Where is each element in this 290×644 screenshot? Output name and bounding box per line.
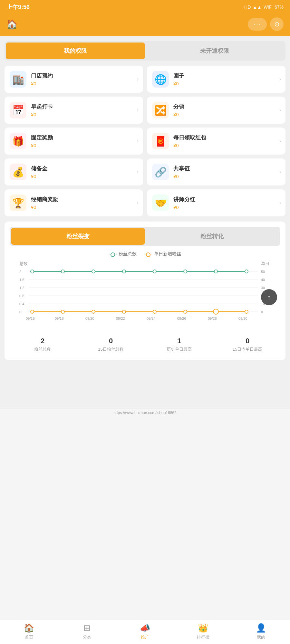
svg-point-20 bbox=[31, 270, 34, 273]
perm-info-dealer-reward: 经销商奖励 ¥0 bbox=[31, 196, 138, 210]
permission-tab-switcher: 我的权限 未开通权限 bbox=[5, 41, 285, 61]
svg-text:50: 50 bbox=[261, 270, 265, 274]
perm-info-share-chain: 共享链 ¥0 bbox=[173, 165, 280, 179]
perm-arrow-checkin: › bbox=[137, 107, 139, 113]
perm-item-checkin[interactable]: 📅 早起打卡 ¥0 › bbox=[5, 97, 143, 124]
perm-item-reserve-fund[interactable]: 💰 储备金 ¥0 › bbox=[5, 158, 143, 185]
fan-stats-row: 2 粉丝总数 0 15日粉丝总数 1 历史单日最高 0 15日内单日最高 bbox=[10, 334, 280, 355]
perm-name-circle: 圈子 bbox=[173, 72, 280, 80]
perm-item-daily-red-packet[interactable]: 🧧 每日领取红包 ¥0 › bbox=[147, 128, 285, 155]
perm-value-distribution: ¥0 bbox=[173, 112, 280, 117]
perm-info-checkin: 早起打卡 ¥0 bbox=[31, 103, 138, 117]
checkin-icon: 📅 bbox=[10, 102, 26, 118]
stat-total-fans-label: 粉丝总数 bbox=[10, 346, 75, 352]
svg-text:总数: 总数 bbox=[19, 261, 28, 266]
scroll-to-top-button[interactable]: ↑ bbox=[261, 289, 277, 305]
perm-arrow-dealer-reward: › bbox=[137, 200, 139, 206]
status-time: 上午9:56 bbox=[6, 3, 30, 11]
perm-value-reserve-fund: ¥0 bbox=[31, 174, 138, 179]
signal-bars: ▲▲ bbox=[253, 5, 262, 10]
perm-item-share-chain[interactable]: 🔗 共享链 ¥0 › bbox=[147, 158, 285, 185]
perm-arrow-fixed-reward: › bbox=[137, 138, 139, 144]
status-bar: 上午9:56 HD ▲▲ WiFi 67% bbox=[0, 0, 290, 14]
perm-name-fixed-reward: 固定奖励 bbox=[31, 134, 138, 141]
perm-name-share-chain: 共享链 bbox=[173, 165, 280, 172]
perm-item-circle[interactable]: 🌐 圈子 ¥0 › bbox=[147, 66, 285, 93]
svg-text:09/26: 09/26 bbox=[177, 317, 186, 320]
svg-point-26 bbox=[214, 270, 218, 273]
svg-text:0: 0 bbox=[261, 310, 263, 314]
fan-tab-conversion[interactable]: 粉丝转化 bbox=[145, 228, 279, 245]
nav-item-category[interactable]: ⊞ 分类 bbox=[58, 620, 116, 644]
fan-chart: 总数 2 1.6 1.2 0.8 0.4 0 单日 50 40 30 20 10… bbox=[10, 260, 280, 331]
stat-15day-total-label: 15日粉丝总数 bbox=[78, 346, 144, 352]
svg-text:09/28: 09/28 bbox=[208, 317, 217, 320]
category-nav-icon: ⊞ bbox=[83, 623, 91, 633]
svg-text:40: 40 bbox=[261, 278, 265, 282]
perm-arrow-distribution: › bbox=[279, 107, 281, 113]
stat-history-daily-max-label: 历史单日最高 bbox=[146, 346, 212, 352]
perm-value-checkin: ¥0 bbox=[31, 112, 138, 117]
more-options-button[interactable]: ··· bbox=[248, 18, 267, 31]
svg-text:09/18: 09/18 bbox=[55, 317, 64, 320]
perm-info-fixed-reward: 固定奖励 ¥0 bbox=[31, 134, 138, 148]
perm-value-circle: ¥0 bbox=[173, 81, 280, 86]
nav-item-rank[interactable]: 👑 排行榜 bbox=[174, 620, 232, 644]
perm-info-store-booking: 门店预约 ¥0 bbox=[31, 72, 138, 86]
home-nav-icon: 🏠 bbox=[24, 623, 34, 633]
perm-arrow-circle: › bbox=[279, 76, 281, 82]
perm-info-reserve-fund: 储备金 ¥0 bbox=[31, 165, 138, 179]
perm-item-lecturer-dividend[interactable]: 🤝 讲师分红 ¥0 › bbox=[147, 189, 285, 216]
bottom-nav: 🏠 首页 ⊞ 分类 📣 推广 👑 排行榜 👤 我的 bbox=[0, 620, 290, 644]
dealer-reward-icon: 🏆 bbox=[10, 194, 26, 211]
perm-value-fixed-reward: ¥0 bbox=[31, 143, 138, 148]
legend-total-fans: 粉丝总数 bbox=[109, 251, 137, 257]
perm-arrow-daily-red-packet: › bbox=[279, 138, 281, 144]
nav-item-home[interactable]: 🏠 首页 bbox=[0, 620, 58, 644]
stat-15day-total: 0 15日粉丝总数 bbox=[78, 337, 144, 352]
perm-item-dealer-reward[interactable]: 🏆 经销商奖励 ¥0 › bbox=[5, 189, 143, 216]
stat-total-fans: 2 粉丝总数 bbox=[10, 337, 75, 352]
permission-grid: 🏬 门店预约 ¥0 › 🌐 圈子 ¥0 › 📅 早起打卡 ¥0 › 🔀 bbox=[5, 66, 285, 216]
fixed-reward-icon: 🎁 bbox=[10, 133, 26, 149]
perm-name-reserve-fund: 储备金 bbox=[31, 165, 138, 172]
home-nav-label: 首页 bbox=[25, 634, 33, 640]
perm-info-daily-red-packet: 每日领取红包 ¥0 bbox=[173, 134, 280, 148]
category-nav-label: 分类 bbox=[83, 634, 91, 640]
tab-my-permissions[interactable]: 我的权限 bbox=[6, 43, 145, 59]
fan-tab-fission[interactable]: 粉丝裂变 bbox=[11, 228, 145, 245]
tab-unactivated-permissions[interactable]: 未开通权限 bbox=[145, 43, 284, 59]
home-header-icon[interactable]: 🏠 bbox=[6, 19, 18, 30]
nav-item-promote[interactable]: 📣 推广 bbox=[116, 620, 174, 644]
battery-icon: 67% bbox=[275, 5, 284, 10]
perm-item-distribution[interactable]: 🔀 分销 ¥0 › bbox=[147, 97, 285, 124]
perm-arrow-reserve-fund: › bbox=[137, 169, 139, 175]
url-text: https://www.huzhan.com/ishop18862 bbox=[113, 411, 176, 415]
perm-value-dealer-reward: ¥0 bbox=[31, 204, 138, 210]
svg-point-27 bbox=[245, 270, 248, 273]
perm-item-store-booking[interactable]: 🏬 门店预约 ¥0 › bbox=[5, 66, 143, 93]
perm-name-store-booking: 门店预约 bbox=[31, 72, 138, 80]
stat-history-daily-max-value: 1 bbox=[146, 337, 212, 345]
svg-text:09/24: 09/24 bbox=[147, 317, 156, 320]
svg-text:单日: 单日 bbox=[261, 261, 269, 266]
perm-name-distribution: 分销 bbox=[173, 103, 280, 110]
stat-15day-daily-max-value: 0 bbox=[215, 337, 280, 345]
perm-value-lecturer-dividend: ¥0 bbox=[173, 204, 280, 210]
svg-text:2: 2 bbox=[19, 270, 21, 274]
svg-point-35 bbox=[245, 310, 248, 313]
svg-point-28 bbox=[31, 310, 34, 313]
nav-item-mine[interactable]: 👤 我的 bbox=[232, 620, 290, 644]
perm-arrow-store-booking: › bbox=[137, 76, 139, 82]
wifi-icon: WiFi bbox=[264, 5, 273, 10]
chart-area: 总数 2 1.6 1.2 0.8 0.4 0 单日 50 40 30 20 10… bbox=[10, 260, 280, 331]
svg-point-33 bbox=[184, 310, 187, 313]
stat-history-daily-max: 1 历史单日最高 bbox=[146, 337, 212, 352]
svg-point-29 bbox=[61, 310, 64, 313]
stat-15day-total-value: 0 bbox=[78, 337, 144, 345]
svg-point-23 bbox=[122, 270, 126, 273]
svg-text:0.4: 0.4 bbox=[19, 302, 24, 306]
camera-button[interactable]: ⊙ bbox=[270, 17, 284, 31]
perm-item-fixed-reward[interactable]: 🎁 固定奖励 ¥0 › bbox=[5, 128, 143, 155]
svg-text:09/30: 09/30 bbox=[238, 317, 247, 320]
